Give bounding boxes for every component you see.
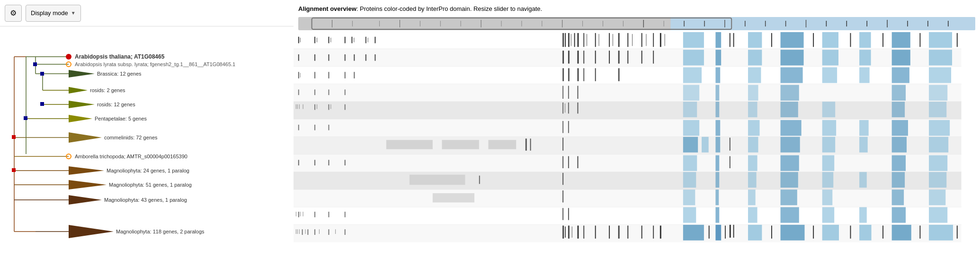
svg-rect-74 (300, 38, 301, 43)
svg-rect-235 (683, 155, 697, 171)
svg-rect-318 (892, 224, 911, 240)
svg-rect-259 (781, 189, 797, 205)
svg-rect-133 (609, 51, 610, 63)
svg-rect-212 (386, 140, 433, 149)
svg-rect-316 (859, 224, 871, 240)
svg-rect-233 (568, 156, 569, 168)
svg-rect-216 (530, 138, 531, 150)
svg-rect-124 (345, 54, 346, 61)
svg-rect-303 (660, 225, 661, 238)
svg-rect-268 (328, 212, 329, 217)
svg-rect-295 (578, 225, 579, 238)
svg-rect-75 (314, 37, 315, 43)
svg-rect-176 (781, 85, 799, 101)
svg-rect-117 (892, 32, 910, 48)
commelinids-label: commelinids: 72 genes (104, 135, 158, 140)
gear-icon: ⚙ (10, 9, 17, 17)
overview-minimap-bar[interactable] (298, 17, 975, 30)
svg-rect-225 (859, 137, 868, 152)
svg-rect-293 (568, 225, 570, 238)
svg-rect-116 (882, 33, 883, 47)
svg-rect-309 (733, 224, 734, 237)
svg-rect-115 (859, 32, 871, 48)
svg-rect-204 (683, 120, 699, 136)
svg-rect-239 (781, 155, 799, 171)
svg-rect-160 (748, 67, 761, 83)
svg-rect-171 (568, 86, 569, 99)
svg-rect-126 (365, 54, 366, 61)
commelinids-triangle (69, 132, 102, 143)
svg-rect-299 (618, 225, 620, 238)
svg-rect-80 (351, 37, 352, 43)
svg-rect-258 (748, 189, 756, 205)
svg-rect-252 (892, 172, 905, 188)
svg-rect-127 (374, 54, 375, 61)
svg-rect-78 (330, 38, 331, 43)
svg-rect-193 (715, 102, 719, 117)
svg-rect-102 (653, 33, 654, 47)
svg-rect-93 (595, 33, 596, 47)
svg-rect-130 (578, 51, 579, 63)
svg-rect-185 (328, 104, 329, 110)
svg-rect-277 (859, 207, 867, 223)
svg-rect-229 (314, 160, 315, 165)
svg-rect-97 (618, 33, 620, 47)
toolbar: ⚙ Display mode ▼ (0, 0, 294, 26)
svg-rect-213 (442, 140, 479, 149)
svg-rect-279 (929, 207, 947, 223)
svg-rect-95 (609, 33, 610, 47)
svg-rect-321 (957, 225, 958, 238)
svg-rect-266 (303, 212, 303, 216)
svg-rect-296 (583, 225, 584, 238)
alignment-title-bold: Alignment overview (298, 5, 356, 12)
svg-rect-237 (730, 156, 731, 168)
magnoliophyta51-label: Magnoliophyta: 51 genes, 1 paralog (109, 182, 192, 188)
svg-rect-292 (565, 226, 566, 238)
svg-rect-108 (733, 33, 734, 47)
svg-rect-219 (702, 137, 709, 152)
node-red-2 (12, 168, 16, 172)
arabidopsis-thaliana-node (66, 54, 71, 60)
svg-rect-253 (929, 172, 946, 188)
svg-rect-177 (892, 85, 906, 101)
svg-rect-308 (730, 224, 731, 237)
svg-rect-232 (562, 156, 563, 168)
svg-rect-122 (314, 54, 315, 61)
svg-rect-81 (354, 38, 354, 43)
node-square-1 (33, 62, 37, 66)
svg-rect-158 (683, 67, 702, 83)
svg-rect-85 (562, 33, 564, 47)
svg-rect-199 (298, 125, 299, 130)
svg-rect-114 (850, 33, 851, 47)
node-square-3 (40, 102, 44, 106)
svg-rect-200 (314, 125, 315, 130)
alignment-title: Alignment overview: Proteins color-coded… (298, 5, 542, 12)
svg-rect-169 (345, 89, 346, 95)
svg-rect-106 (715, 32, 721, 48)
svg-rect-301 (641, 225, 642, 238)
svg-rect-110 (771, 33, 772, 47)
svg-rect-282 (299, 229, 300, 234)
svg-rect-99 (632, 34, 633, 46)
gear-button[interactable]: ⚙ (5, 5, 22, 22)
svg-rect-298 (609, 225, 610, 238)
svg-rect-144 (892, 50, 910, 65)
display-mode-button[interactable]: Display mode ▼ (26, 5, 81, 22)
svg-rect-147 (300, 73, 301, 77)
svg-rect-186 (330, 104, 331, 109)
magnoliophyta51-triangle (69, 180, 107, 189)
svg-rect-104 (665, 34, 665, 46)
svg-rect-214 (488, 140, 516, 149)
svg-rect-149 (328, 72, 329, 78)
svg-rect-159 (715, 67, 720, 83)
svg-rect-181 (299, 104, 300, 109)
svg-rect-194 (748, 102, 757, 117)
svg-rect-218 (683, 137, 698, 152)
svg-rect-161 (781, 67, 803, 83)
svg-rect-143 (859, 50, 871, 65)
svg-rect-86 (565, 33, 566, 47)
svg-rect-319 (919, 225, 920, 238)
svg-rect-118 (919, 33, 920, 47)
alignment-header: Alignment overview: Proteins color-coded… (294, 0, 980, 17)
brassica-triangle (69, 70, 95, 77)
